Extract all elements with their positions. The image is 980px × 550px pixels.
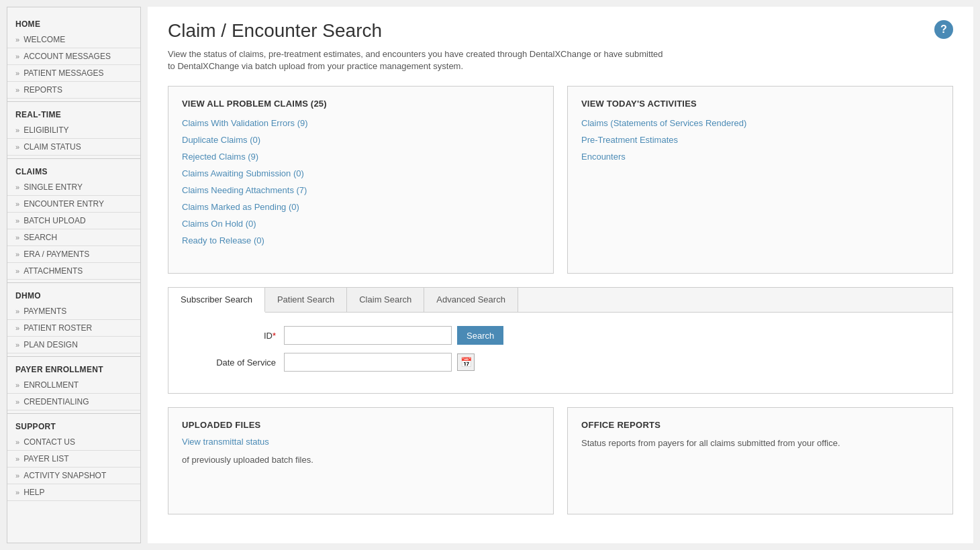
arrow-icon: » [15,233,19,241]
link-ready-to-release[interactable]: Ready to Release (0) [182,235,540,245]
sidebar-item-welcome[interactable]: » WELCOME [7,32,140,48]
arrow-icon: » [15,438,19,446]
arrow-icon: » [15,472,19,480]
sidebar-item-eligibility[interactable]: » ELIGIBILITY [7,122,140,139]
tab-subscriber-search[interactable]: Subscriber Search [168,288,265,313]
sidebar-section-realtime: REAL-TIME [7,105,140,122]
arrow-icon: » [15,324,19,332]
arrow-icon: » [15,217,19,225]
link-validation-errors[interactable]: Claims With Validation Errors (9) [182,118,540,128]
arrow-icon: » [15,267,19,275]
link-on-hold[interactable]: Claims On Hold (0) [182,219,540,229]
id-label: ID* [189,331,276,341]
arrow-icon: » [15,307,19,315]
sidebar-item-plan-design[interactable]: » PLAN DESIGN [7,337,140,353]
sidebar-item-help[interactable]: » HELP [7,484,140,501]
sidebar-section-home: HOME [7,14,140,32]
required-star: * [273,331,276,341]
date-field-row: Date of Service 📅 [189,353,932,372]
arrow-icon: » [15,250,19,258]
sidebar-item-search[interactable]: » SEARCH [7,229,140,246]
link-rejected-claims[interactable]: Rejected Claims (9) [182,152,540,162]
sidebar: HOME » WELCOME » ACCOUNT MESSAGES » PATI… [7,7,141,543]
sidebar-section-dhmo: DHMO [7,286,140,303]
id-input[interactable] [284,326,452,345]
sidebar-item-enrollment[interactable]: » ENROLLMENT [7,377,140,394]
sidebar-section-payer-enrollment: PAYER ENROLLMENT [7,360,140,377]
arrow-icon: » [15,381,19,389]
help-icon[interactable]: ? [934,20,953,39]
arrow-icon: » [15,126,19,134]
page-title: Claim / Encounter Search [168,20,382,42]
sidebar-item-single-entry[interactable]: » SINGLE ENTRY [7,179,140,196]
sidebar-item-reports[interactable]: » REPORTS [7,82,140,99]
office-reports-text: Status reports from payers for all claim… [581,437,939,450]
uploaded-files-card: UPLOADED FILES View transmittal status o… [168,407,554,514]
sidebar-item-activity-snapshot[interactable]: » ACTIVITY SNAPSHOT [7,468,140,484]
arrow-icon: » [15,69,19,77]
sidebar-section-claims: CLAIMS [7,162,140,179]
sidebar-section-support: SUPPORT [7,417,140,434]
arrow-icon: » [15,143,19,151]
tab-patient-search[interactable]: Patient Search [265,288,347,312]
uploaded-files-title: UPLOADED FILES [182,420,540,430]
link-needing-attachments[interactable]: Claims Needing Attachments (7) [182,185,540,195]
sidebar-item-payments[interactable]: » PAYMENTS [7,303,140,320]
arrow-icon: » [15,183,19,191]
arrow-icon: » [15,398,19,406]
sidebar-item-patient-messages[interactable]: » PATIENT MESSAGES [7,65,140,82]
sidebar-item-encounter-entry[interactable]: » ENCOUNTER ENTRY [7,196,140,213]
main-content: Claim / Encounter Search ? View the stat… [148,7,973,543]
office-reports-card: OFFICE REPORTS Status reports from payer… [567,407,953,514]
sidebar-item-attachments[interactable]: » ATTACHMENTS [7,263,140,280]
link-awaiting-submission[interactable]: Claims Awaiting Submission (0) [182,168,540,178]
sidebar-item-credentialing[interactable]: » CREDENTIALING [7,394,140,410]
search-button[interactable]: Search [457,326,503,345]
date-of-service-label: Date of Service [189,358,276,368]
link-pre-treatment[interactable]: Pre-Treatment Estimates [581,135,939,145]
link-marked-pending[interactable]: Claims Marked as Pending (0) [182,202,540,212]
tab-claim-search[interactable]: Claim Search [347,288,424,312]
date-of-service-input[interactable] [284,353,452,372]
tab-advanced-search[interactable]: Advanced Search [424,288,518,312]
arrow-icon: » [15,86,19,94]
sidebar-item-era-payments[interactable]: » ERA / PAYMENTS [7,246,140,263]
search-tabs: Subscriber Search Patient Search Claim S… [168,288,952,313]
page-header: Claim / Encounter Search ? [168,20,953,42]
link-encounters[interactable]: Encounters [581,152,939,162]
calendar-icon[interactable]: 📅 [457,353,475,371]
todays-activities-card: VIEW TODAY'S ACTIVITIES Claims (Statemen… [567,86,953,274]
arrow-icon: » [15,455,19,463]
arrow-icon: » [15,341,19,349]
sidebar-item-contact-us[interactable]: » CONTACT US [7,434,140,451]
view-transmittal-link[interactable]: View transmittal status [182,437,540,447]
sidebar-item-patient-roster[interactable]: » PATIENT ROSTER [7,320,140,337]
search-form: ID* Search Date of Service 📅 [168,313,952,393]
link-claims-activity[interactable]: Claims (Statements of Services Rendered) [581,118,939,128]
sidebar-item-payer-list[interactable]: » PAYER LIST [7,451,140,468]
search-section: Subscriber Search Patient Search Claim S… [168,287,953,394]
arrow-icon: » [15,488,19,496]
page-description: View the status of claims, pre-treatment… [168,48,671,72]
todays-activities-title: VIEW TODAY'S ACTIVITIES [581,99,939,109]
problem-claims-card: VIEW ALL PROBLEM CLAIMS (25) Claims With… [168,86,554,274]
id-field-row: ID* Search [189,326,932,345]
top-cards-row: VIEW ALL PROBLEM CLAIMS (25) Claims With… [168,86,953,274]
sidebar-item-account-messages[interactable]: » ACCOUNT MESSAGES [7,48,140,65]
sidebar-item-batch-upload[interactable]: » BATCH UPLOAD [7,213,140,229]
arrow-icon: » [15,200,19,208]
arrow-icon: » [15,52,19,60]
arrow-icon: » [15,36,19,44]
sidebar-item-claim-status[interactable]: » CLAIM STATUS [7,139,140,156]
uploaded-files-text: of previously uploaded batch files. [182,453,540,467]
office-reports-title: OFFICE REPORTS [581,420,939,430]
problem-claims-title: VIEW ALL PROBLEM CLAIMS (25) [182,99,540,109]
link-duplicate-claims[interactable]: Duplicate Claims (0) [182,135,540,145]
bottom-cards-row: UPLOADED FILES View transmittal status o… [168,407,953,514]
